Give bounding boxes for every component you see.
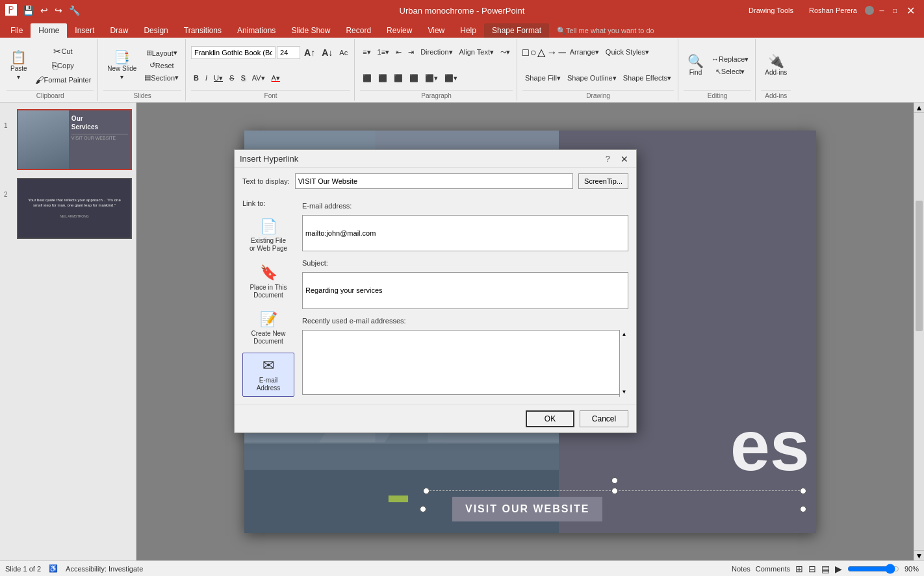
textarea-scroll-down[interactable]: ▼ bbox=[620, 388, 628, 397]
indent-dec-button[interactable]: ⇤ bbox=[393, 47, 404, 58]
textarea-scroll-up[interactable]: ▲ bbox=[620, 330, 628, 339]
columns-button[interactable]: ⬛▾ bbox=[422, 73, 441, 84]
link-place-doc-button[interactable]: 🔖 Place in ThisDocument bbox=[242, 260, 294, 303]
italic-button[interactable]: I bbox=[203, 73, 210, 83]
tab-animations[interactable]: Animations bbox=[229, 23, 283, 38]
increase-font-button[interactable]: A↑ bbox=[302, 46, 318, 59]
line-shape[interactable]: ─ bbox=[558, 47, 565, 58]
arrange-button[interactable]: Arrange▾ bbox=[567, 47, 602, 58]
section-button[interactable]: ▤ Section▾ bbox=[142, 72, 181, 83]
align-left-button[interactable]: ⬛ bbox=[360, 73, 374, 84]
shadow-button[interactable]: S bbox=[238, 73, 248, 83]
indent-inc-button[interactable]: ⇥ bbox=[405, 47, 417, 58]
line-spacing-button[interactable]: ⬛▾ bbox=[442, 73, 460, 84]
link-create-new-button[interactable]: 📝 Create NewDocument bbox=[242, 307, 294, 350]
quick-styles-button[interactable]: Quick Styles▾ bbox=[603, 47, 652, 58]
strikethrough-button[interactable]: S bbox=[227, 73, 237, 83]
tab-shapeformat[interactable]: Shape Format bbox=[484, 23, 549, 38]
align-text-button[interactable]: Align Text▾ bbox=[457, 47, 497, 58]
tab-draw[interactable]: Draw bbox=[102, 23, 136, 38]
find-button[interactable]: 🔍 Find bbox=[684, 46, 708, 85]
font-name-input[interactable] bbox=[191, 46, 276, 59]
view-normal-icon[interactable]: ⊞ bbox=[795, 564, 803, 574]
handle-tm[interactable] bbox=[611, 488, 618, 494]
rect-shape[interactable]: □ bbox=[522, 47, 529, 58]
justify-button[interactable]: ⬛ bbox=[407, 73, 421, 84]
link-existing-file-button[interactable]: 📄 Existing Fileor Web Page bbox=[242, 214, 294, 257]
font-size-input[interactable] bbox=[277, 46, 300, 59]
zoom-slider[interactable] bbox=[847, 564, 899, 574]
tab-insert[interactable]: Insert bbox=[67, 23, 102, 38]
notes-button[interactable]: Notes bbox=[732, 565, 751, 573]
underline-button[interactable]: U▾ bbox=[211, 73, 225, 84]
paste-button[interactable]: 📋 Paste▾ bbox=[6, 46, 31, 85]
visit-website-button[interactable]: VISIT OUR WEBSITE bbox=[452, 497, 602, 521]
numbering-button[interactable]: 1≡▾ bbox=[375, 47, 392, 58]
dialog-close-button[interactable]: ✕ bbox=[618, 153, 631, 166]
maximize-button[interactable]: □ bbox=[890, 5, 900, 16]
shape-fill-button[interactable]: Shape Fill▾ bbox=[522, 73, 563, 84]
format-painter-button[interactable]: 🖌 Format Painter bbox=[32, 73, 94, 86]
tell-me-input[interactable]: 🔍 Tell me what you want to do bbox=[549, 23, 662, 38]
char-spacing-button[interactable]: AV▾ bbox=[250, 73, 268, 84]
redo-button[interactable]: ↪ bbox=[53, 4, 64, 17]
tab-design[interactable]: Design bbox=[136, 23, 175, 38]
tab-home[interactable]: Home bbox=[31, 23, 67, 38]
close-button[interactable]: ✕ bbox=[903, 5, 919, 17]
replace-button[interactable]: ↔ Replace▾ bbox=[709, 54, 751, 65]
arrow-shape-btn[interactable]: → bbox=[546, 47, 557, 58]
view-reading-icon[interactable]: ▤ bbox=[821, 564, 830, 574]
recently-used-textarea[interactable] bbox=[302, 330, 628, 395]
tab-slideshow[interactable]: Slide Show bbox=[283, 23, 338, 38]
handle-ml[interactable] bbox=[420, 506, 426, 512]
triangle-shape[interactable]: △ bbox=[537, 46, 545, 58]
circle-shape[interactable]: ○ bbox=[530, 47, 537, 58]
user-avatar[interactable] bbox=[865, 6, 874, 15]
tab-record[interactable]: Record bbox=[338, 23, 379, 38]
cancel-button[interactable]: Cancel bbox=[580, 410, 628, 427]
scroll-thumb[interactable] bbox=[916, 201, 923, 332]
dialog-help-button[interactable]: ? bbox=[606, 154, 610, 164]
screentip-button[interactable]: ScreenTip... bbox=[578, 173, 628, 189]
new-slide-button[interactable]: 📑 New Slide▾ bbox=[103, 46, 140, 85]
view-slideshow-icon[interactable]: ▶ bbox=[835, 564, 842, 574]
ok-button[interactable]: OK bbox=[526, 410, 574, 427]
text-display-input[interactable] bbox=[295, 173, 573, 189]
decrease-font-button[interactable]: A↓ bbox=[319, 46, 335, 59]
handle-mr[interactable] bbox=[800, 506, 806, 512]
view-slide-sorter-icon[interactable]: ⊟ bbox=[808, 564, 816, 574]
cut-button[interactable]: ✂ Cut bbox=[32, 45, 94, 58]
accessibility-status[interactable]: Accessibility: Investigate bbox=[66, 565, 143, 573]
tab-review[interactable]: Review bbox=[379, 23, 420, 38]
email-address-input[interactable] bbox=[302, 215, 628, 251]
text-direction-button[interactable]: Direction▾ bbox=[418, 47, 455, 58]
tab-file[interactable]: File bbox=[3, 23, 31, 38]
link-email-button[interactable]: ✉ E-mailAddress bbox=[242, 353, 294, 396]
reset-button[interactable]: ↺ Reset bbox=[142, 60, 181, 71]
scroll-down[interactable]: ▼ bbox=[914, 550, 924, 560]
font-color-button[interactable]: A▾ bbox=[269, 73, 283, 84]
tab-help[interactable]: Help bbox=[452, 23, 484, 38]
align-center-button[interactable]: ⬛ bbox=[376, 73, 390, 84]
convert-smartart-button[interactable]: ⤳▾ bbox=[498, 47, 513, 58]
align-right-button[interactable]: ⬛ bbox=[391, 73, 405, 84]
tab-transitions[interactable]: Transitions bbox=[176, 23, 229, 38]
customize-button[interactable]: 🔧 bbox=[67, 4, 82, 17]
bold-button[interactable]: B bbox=[191, 73, 201, 83]
minimize-button[interactable]: ─ bbox=[877, 5, 887, 16]
save-button[interactable]: 💾 bbox=[21, 4, 36, 17]
slide-thumb-1[interactable]: 1 OurServices VISIT OUR WEBSITE bbox=[3, 108, 133, 171]
handle-rotate[interactable] bbox=[611, 477, 618, 484]
clear-format-button[interactable]: Ac bbox=[337, 47, 350, 58]
undo-button[interactable]: ↩ bbox=[38, 4, 50, 17]
addins-button[interactable]: 🔌 Add-ins bbox=[761, 46, 791, 85]
scroll-up[interactable]: ▲ bbox=[914, 103, 924, 113]
slide-thumb-2[interactable]: 2 Your best quote that reflects your app… bbox=[3, 177, 133, 240]
layout-button[interactable]: ⊞ Layout▾ bbox=[142, 47, 181, 58]
copy-button[interactable]: ⎘ Copy bbox=[32, 59, 94, 72]
shape-effects-button[interactable]: Shape Effects▾ bbox=[621, 73, 674, 84]
subject-input[interactable] bbox=[302, 272, 628, 308]
comments-button[interactable]: Comments bbox=[756, 565, 790, 573]
shape-outline-button[interactable]: Shape Outline▾ bbox=[565, 73, 619, 84]
tab-view[interactable]: View bbox=[420, 23, 452, 38]
